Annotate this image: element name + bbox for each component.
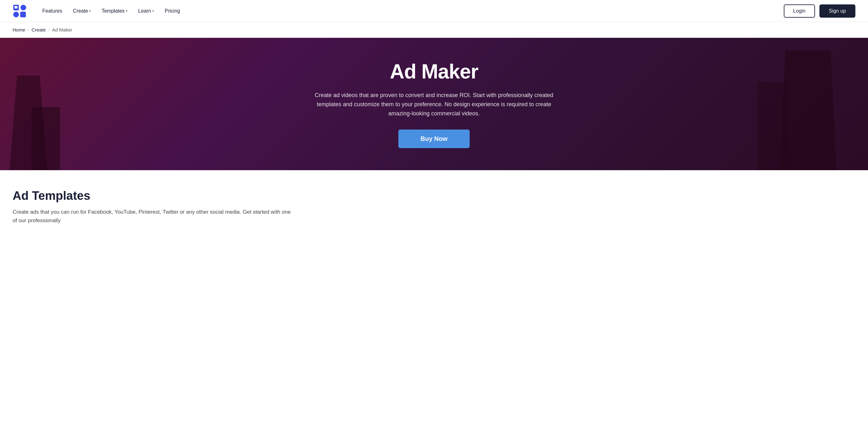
templates-chevron-icon: ▾	[126, 9, 127, 12]
breadcrumb-create[interactable]: Create	[32, 27, 46, 32]
logo[interactable]	[12, 4, 27, 18]
site-header: Features Create ▾ Templates ▾ Learn ▾ Pr…	[0, 0, 868, 22]
breadcrumb-home[interactable]: Home	[12, 27, 25, 32]
svg-rect-5	[17, 6, 18, 8]
create-chevron-icon: ▾	[89, 9, 91, 12]
ad-templates-subtitle: Create ads that you can run for Facebook…	[12, 208, 297, 225]
hero-content: Ad Maker Create ad videos that are prove…	[302, 60, 566, 148]
nav-templates[interactable]: Templates ▾	[97, 6, 132, 16]
svg-point-2	[13, 12, 19, 17]
nav-pricing[interactable]: Pricing	[160, 6, 185, 16]
nav-create[interactable]: Create ▾	[68, 6, 95, 16]
ad-templates-section: Ad Templates Create ads that you can run…	[0, 170, 868, 237]
login-button[interactable]: Login	[784, 4, 815, 18]
signup-button[interactable]: Sign up	[819, 4, 856, 18]
breadcrumb-separator-1: ›	[28, 28, 29, 32]
learn-chevron-icon: ▾	[152, 9, 154, 12]
hero-section: Ad Maker Create ad videos that are prove…	[0, 38, 868, 170]
buy-now-button[interactable]: Buy Now	[398, 130, 470, 148]
ad-templates-title: Ad Templates	[12, 189, 856, 203]
svg-rect-3	[20, 12, 26, 17]
hero-title: Ad Maker	[311, 60, 557, 83]
svg-rect-4	[14, 6, 17, 8]
svg-point-1	[21, 5, 26, 10]
main-nav: Features Create ▾ Templates ▾ Learn ▾ Pr…	[38, 6, 185, 16]
header-left: Features Create ▾ Templates ▾ Learn ▾ Pr…	[12, 4, 185, 18]
nav-learn[interactable]: Learn ▾	[134, 6, 158, 16]
hero-subtitle: Create ad videos that are proven to conv…	[311, 91, 557, 118]
nav-features[interactable]: Features	[38, 6, 67, 16]
header-right: Login Sign up	[784, 4, 856, 18]
breadcrumb-current: Ad Maker	[52, 27, 72, 32]
breadcrumb-separator-2: ›	[48, 28, 50, 32]
breadcrumb: Home › Create › Ad Maker	[0, 22, 868, 38]
